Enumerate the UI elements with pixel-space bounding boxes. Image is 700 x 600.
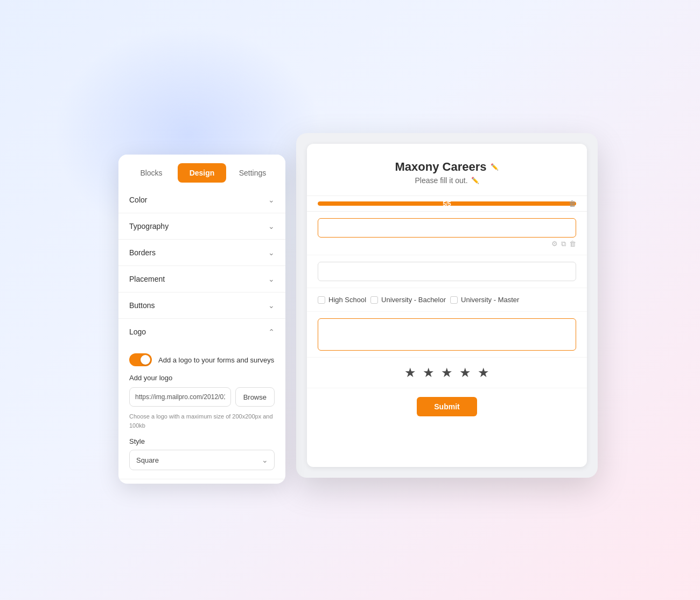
progress-section: 5/5 🗑 xyxy=(307,196,587,212)
field-copy-icon[interactable]: ⧉ xyxy=(561,240,566,248)
form-preview-card: Maxony Careers ✏️ Please fill it out. ✏️… xyxy=(296,133,598,478)
accordion-placement-header[interactable]: Placement ⌄ xyxy=(129,266,275,292)
accordion-color-chevron: ⌄ xyxy=(268,196,275,204)
accordion-typography-title: Typography xyxy=(129,222,169,231)
checkbox-label-high-school: High School xyxy=(328,296,366,304)
form-title: Maxony Careers ✏️ xyxy=(318,160,576,174)
toggle-track xyxy=(129,353,152,366)
field-actions-1: ⚙ ⧉ 🗑 xyxy=(318,240,576,248)
form-field-2 xyxy=(307,255,587,288)
accordion-typography-header[interactable]: Typography ⌄ xyxy=(129,213,275,239)
logo-hint: Choose a logo with a maximum size of 200… xyxy=(129,412,275,430)
tab-blocks[interactable]: Blocks xyxy=(127,163,176,183)
form-field-1: ⚙ ⧉ 🗑 xyxy=(307,212,587,255)
checkbox-high-school[interactable] xyxy=(318,296,325,304)
logo-url-input[interactable] xyxy=(129,387,231,407)
checkbox-option-2: University - Bachelor xyxy=(370,296,446,304)
submit-button[interactable]: Submit xyxy=(417,397,477,416)
checkbox-option-1: High School xyxy=(318,296,366,304)
accordion-color-header[interactable]: Color ⌄ xyxy=(129,187,275,213)
accordion-placement-chevron: ⌄ xyxy=(268,275,275,283)
form-header: Maxony Careers ✏️ Please fill it out. ✏️ xyxy=(307,144,587,196)
accordion-borders-chevron: ⌄ xyxy=(268,248,275,257)
style-select-container: Square Circle Rounded ⌄ xyxy=(129,450,275,470)
accordion-placement: Placement ⌄ xyxy=(118,266,285,292)
checkbox-option-3: University - Master xyxy=(450,296,519,304)
checkbox-options: High School University - Bachelor Univer… xyxy=(318,296,576,304)
logo-content: Add a logo to your forms and surveys Add… xyxy=(129,345,275,479)
accordion-logo-header[interactable]: Logo ⌄ xyxy=(129,319,275,345)
accordion-logo-title: Logo xyxy=(129,327,146,336)
accordion-typography: Typography ⌄ xyxy=(118,213,285,240)
style-select[interactable]: Square Circle Rounded xyxy=(129,450,275,470)
toggle-thumb xyxy=(141,355,150,365)
star-3[interactable]: ★ xyxy=(441,365,453,380)
title-edit-icon[interactable]: ✏️ xyxy=(491,163,499,171)
field-settings-icon[interactable]: ⚙ xyxy=(551,240,558,248)
accordion-buttons-title: Buttons xyxy=(129,301,155,310)
accordion-borders-title: Borders xyxy=(129,248,156,257)
logo-toggle[interactable] xyxy=(129,353,152,366)
checkbox-bachelor[interactable] xyxy=(370,296,378,304)
panel-tabs: Blocks Design Settings xyxy=(118,155,285,183)
logo-toggle-label: Add a logo to your forms and surveys xyxy=(158,356,274,364)
checkbox-label-master: University - Master xyxy=(461,296,519,304)
textarea-section xyxy=(307,312,587,358)
accordion-buttons: Buttons ⌄ xyxy=(118,292,285,319)
accordion-buttons-chevron: ⌄ xyxy=(268,301,275,310)
star-2[interactable]: ★ xyxy=(423,365,435,380)
browse-button[interactable]: Browse xyxy=(235,387,275,407)
form-subtitle: Please fill it out. ✏️ xyxy=(318,176,576,185)
accordion-typography-chevron: ⌄ xyxy=(268,222,275,231)
accordion-color: Color ⌄ xyxy=(118,187,285,213)
progress-delete-icon[interactable]: 🗑 xyxy=(569,199,576,208)
form-input-2[interactable] xyxy=(318,262,576,281)
left-panel: Blocks Design Settings Color ⌄ Typograph… xyxy=(118,155,285,484)
star-5[interactable]: ★ xyxy=(478,365,489,380)
star-4[interactable]: ★ xyxy=(459,365,471,380)
logo-url-row: Browse xyxy=(129,387,275,407)
tab-design[interactable]: Design xyxy=(178,163,226,183)
accordion-borders: Borders ⌄ xyxy=(118,240,285,266)
add-logo-label: Add your logo xyxy=(129,374,275,382)
accordion-logo: Logo ⌄ Add a logo to your forms and surv… xyxy=(118,319,285,479)
stars-section: ★ ★ ★ ★ ★ xyxy=(307,358,587,388)
accordion-list: Color ⌄ Typography ⌄ Borders ⌄ xyxy=(118,183,285,484)
checkbox-section: High School University - Bachelor Univer… xyxy=(307,288,587,312)
logo-toggle-row: Add a logo to your forms and surveys xyxy=(129,353,275,366)
progress-label: 5/5 xyxy=(443,200,451,207)
accordion-borders-header[interactable]: Borders ⌄ xyxy=(129,240,275,266)
form-textarea[interactable] xyxy=(318,318,576,351)
accordion-placement-title: Placement xyxy=(129,275,165,283)
style-label: Style xyxy=(129,437,275,445)
submit-section: Submit xyxy=(307,388,587,425)
subtitle-edit-icon[interactable]: ✏️ xyxy=(471,177,479,184)
checkbox-label-bachelor: University - Bachelor xyxy=(381,296,446,304)
form-input-1[interactable] xyxy=(318,218,576,238)
accordion-color-title: Color xyxy=(129,196,147,204)
checkbox-master[interactable] xyxy=(450,296,458,304)
star-1[interactable]: ★ xyxy=(404,365,416,380)
accordion-logo-chevron: ⌄ xyxy=(268,327,275,336)
field-delete-icon[interactable]: 🗑 xyxy=(569,240,576,248)
tab-settings[interactable]: Settings xyxy=(228,163,277,183)
accordion-buttons-header[interactable]: Buttons ⌄ xyxy=(129,292,275,318)
